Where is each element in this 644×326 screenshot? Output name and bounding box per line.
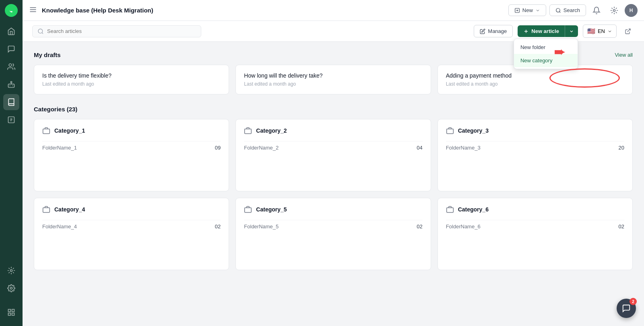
draft-meta: Last edited a month ago: [446, 81, 624, 87]
settings-icon[interactable]: [607, 3, 621, 18]
folder-name: FolderName_3: [446, 145, 481, 151]
folder-row: FolderName_6 02: [446, 220, 624, 233]
folder-count: 09: [215, 145, 221, 151]
folder-count: 02: [619, 223, 624, 230]
manage-icon: [480, 29, 485, 34]
sidebar-item-chat[interactable]: [3, 41, 19, 57]
category-header: Category_4: [42, 205, 221, 213]
svg-rect-2: [8, 84, 14, 87]
category-name: Category_6: [458, 206, 489, 213]
category-card[interactable]: Category_1 FolderName_1 09: [34, 119, 229, 191]
category-name: Category_5: [256, 206, 287, 213]
draft-card[interactable]: Adding a payment method Last edited a mo…: [438, 65, 633, 94]
category-icon: [446, 205, 454, 213]
drafts-title: My drafts: [34, 51, 61, 58]
svg-rect-30: [43, 208, 50, 213]
search-icon: [37, 28, 44, 35]
notifications-icon[interactable]: [589, 3, 604, 18]
sidebar-item-apps[interactable]: [3, 304, 19, 320]
draft-title: Adding a payment method: [446, 72, 624, 79]
chevron-down-icon: [607, 29, 612, 34]
topbar-actions: New Search H: [508, 3, 638, 18]
chat-badge: 2: [630, 298, 637, 305]
topbar: Knowledge base (Help Desk Migration) New…: [23, 0, 644, 21]
draft-title: How long will the delivery take?: [244, 72, 422, 79]
category-card[interactable]: Category_5 FolderName_5 02: [235, 198, 431, 270]
category-name: Category_1: [54, 127, 85, 134]
svg-line-20: [559, 11, 561, 12]
svg-rect-9: [8, 310, 11, 312]
sidebar-item-integrations[interactable]: [3, 262, 19, 279]
category-icon: [42, 205, 50, 213]
category-header: Category_2: [244, 127, 422, 135]
categories-section-header: Categories (23): [34, 106, 633, 113]
draft-meta: Last edited a month ago: [42, 81, 221, 87]
folder-count: 04: [417, 145, 422, 151]
search-button[interactable]: Search: [549, 4, 586, 16]
svg-point-7: [10, 270, 12, 272]
draft-card[interactable]: How long will the delivery take? Last ed…: [235, 65, 431, 94]
page-title: Knowledge base (Help Desk Migration): [42, 7, 508, 14]
svg-rect-10: [12, 310, 14, 312]
new-article-dropdown-button[interactable]: [565, 25, 578, 37]
language-selector[interactable]: 🇺🇸 EN: [583, 25, 617, 38]
category-icon: [446, 127, 454, 135]
plus-icon: [523, 29, 529, 34]
category-card[interactable]: Category_4 FolderName_4 02: [34, 198, 229, 270]
search-input[interactable]: [47, 28, 196, 34]
sidebar-item-knowledge[interactable]: [3, 94, 19, 110]
svg-point-22: [38, 29, 43, 33]
manage-button[interactable]: Manage: [474, 25, 513, 37]
categories-title: Categories (23): [34, 106, 77, 113]
app-logo[interactable]: [5, 4, 18, 17]
sidebar-item-contacts[interactable]: [3, 59, 19, 75]
sidebar: [0, 0, 23, 326]
chat-button[interactable]: 2: [617, 299, 636, 318]
new-article-button[interactable]: New article: [518, 25, 565, 37]
new-article-group: New article New folder New category: [518, 25, 578, 37]
drafts-grid: Is the delivery time flexible? Last edit…: [34, 65, 633, 94]
page-content: My drafts View all Is the delivery time …: [23, 42, 644, 326]
category-name: Category_4: [54, 206, 85, 213]
new-category-item[interactable]: New category: [514, 54, 578, 67]
svg-point-21: [613, 9, 615, 11]
new-button[interactable]: New: [508, 4, 546, 16]
new-folder-item[interactable]: New folder: [514, 41, 578, 54]
category-card[interactable]: Category_6 FolderName_6 02: [438, 198, 633, 270]
menu-icon[interactable]: [29, 6, 37, 15]
subheader: Manage New article New folder New catego…: [23, 21, 644, 42]
category-card[interactable]: Category_2 FolderName_2 04: [235, 119, 431, 191]
user-avatar[interactable]: H: [625, 4, 638, 17]
folder-row: FolderName_1 09: [42, 141, 221, 154]
svg-rect-12: [8, 313, 11, 316]
svg-line-26: [627, 29, 630, 32]
folder-name: FolderName_4: [42, 223, 77, 230]
draft-card[interactable]: Is the delivery time flexible? Last edit…: [34, 65, 229, 94]
folder-count: 02: [417, 223, 422, 230]
folder-name: FolderName_6: [446, 223, 481, 230]
search-bar[interactable]: [32, 25, 201, 37]
svg-point-8: [10, 287, 12, 289]
svg-rect-28: [245, 129, 252, 134]
category-icon: [244, 205, 252, 213]
category-card[interactable]: Category_3 FolderName_3 20: [438, 119, 633, 191]
svg-point-19: [556, 8, 560, 12]
sidebar-item-settings[interactable]: [3, 280, 19, 296]
category-header: Category_1: [42, 127, 221, 135]
sidebar-item-reports[interactable]: [3, 112, 19, 128]
svg-line-23: [42, 33, 43, 34]
folder-row: FolderName_4 02: [42, 220, 221, 233]
folder-name: FolderName_1: [42, 145, 77, 151]
folder-count: 20: [619, 145, 624, 151]
sidebar-item-home[interactable]: [3, 23, 19, 39]
flag-icon: 🇺🇸: [587, 27, 595, 35]
draft-meta: Last edited a month ago: [244, 81, 422, 87]
category-name: Category_2: [256, 127, 287, 134]
folder-row: FolderName_5 02: [244, 220, 422, 233]
sidebar-item-bot[interactable]: [3, 76, 19, 92]
external-link-icon[interactable]: [621, 25, 634, 38]
view-all-link[interactable]: View all: [615, 52, 633, 58]
svg-rect-32: [446, 208, 453, 213]
category-icon: [244, 127, 252, 135]
new-article-dropdown-menu: New folder New category: [514, 39, 578, 69]
